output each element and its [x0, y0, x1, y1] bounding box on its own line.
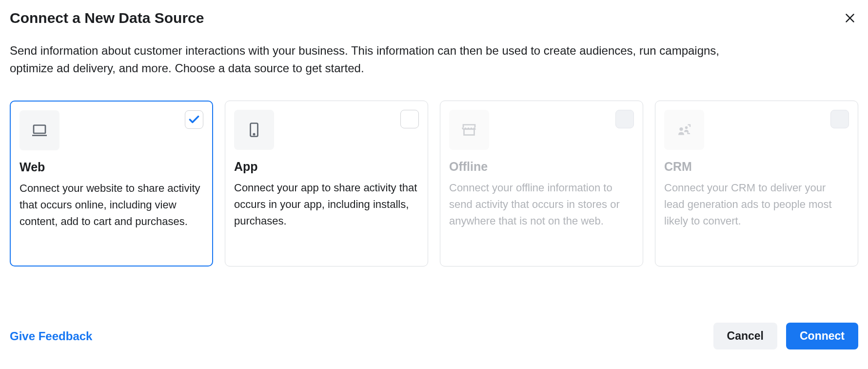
page-title: Connect a New Data Source	[10, 10, 204, 26]
svg-rect-2	[34, 125, 45, 134]
give-feedback-link[interactable]: Give Feedback	[10, 329, 92, 343]
store-icon	[460, 121, 478, 139]
crm-icon-box	[664, 110, 704, 150]
card-offline-checkbox[interactable]	[615, 110, 634, 128]
web-icon-box	[20, 110, 59, 150]
card-crm[interactable]: CRM Connect your CRM to deliver your lea…	[655, 101, 858, 266]
card-web-checkbox[interactable]	[185, 110, 203, 129]
card-top	[20, 110, 203, 150]
card-crm-checkbox[interactable]	[830, 110, 849, 128]
card-top	[664, 110, 849, 150]
svg-point-7	[679, 127, 683, 131]
svg-point-5	[254, 134, 255, 135]
connect-button[interactable]: Connect	[786, 323, 858, 349]
close-button[interactable]	[842, 10, 858, 26]
card-offline-title: Offline	[449, 160, 634, 174]
card-app-desc: Connect your app to share activity that …	[234, 180, 419, 229]
card-crm-title: CRM	[664, 160, 849, 174]
check-icon	[188, 113, 200, 126]
card-app[interactable]: App Connect your app to share activity t…	[225, 101, 428, 266]
card-crm-desc: Connect your CRM to deliver your lead ge…	[664, 180, 849, 229]
card-web-title: Web	[20, 160, 203, 174]
data-source-cards: Web Connect your website to share activi…	[10, 101, 858, 266]
card-offline-desc: Connect your offline information to send…	[449, 180, 634, 229]
svg-point-8	[685, 126, 688, 129]
page-description: Send information about customer interact…	[10, 42, 741, 77]
cancel-button[interactable]: Cancel	[713, 323, 777, 349]
modal-header: Connect a New Data Source	[10, 10, 858, 26]
footer-buttons: Cancel Connect	[713, 323, 858, 349]
card-web[interactable]: Web Connect your website to share activi…	[10, 101, 213, 266]
card-offline[interactable]: Offline Connect your offline information…	[440, 101, 643, 266]
card-top	[234, 110, 419, 150]
offline-icon-box	[449, 110, 489, 150]
svg-rect-6	[464, 129, 474, 135]
laptop-icon	[31, 122, 48, 139]
card-web-desc: Connect your website to share activity t…	[20, 180, 203, 230]
close-icon	[844, 12, 856, 24]
mobile-icon	[245, 121, 263, 139]
app-icon-box	[234, 110, 274, 150]
card-top	[449, 110, 634, 150]
people-sync-icon	[675, 121, 693, 139]
modal-footer: Give Feedback Cancel Connect	[10, 323, 858, 349]
card-app-checkbox[interactable]	[400, 110, 419, 128]
card-app-title: App	[234, 160, 419, 174]
